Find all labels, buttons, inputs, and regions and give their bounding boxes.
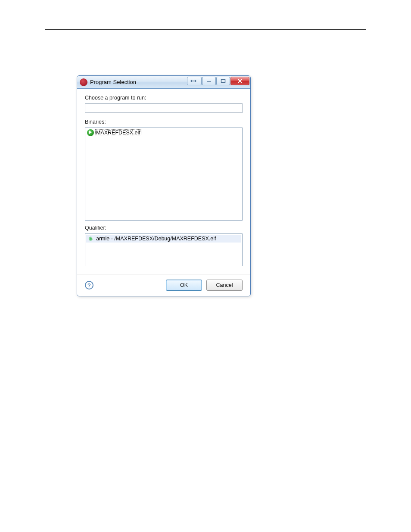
binary-item-label: MAXREFDESX.elf: [95, 129, 141, 136]
cancel-button[interactable]: Cancel: [206, 280, 243, 291]
qualifier-item[interactable]: armle - /MAXREFDESX/Debug/MAXREFDESX.elf: [86, 235, 241, 243]
collapse-icon: [190, 79, 198, 83]
prompt-label: Choose a program to run:: [85, 95, 243, 101]
page-rule: [45, 29, 366, 30]
dialog-body: Choose a program to run: Binaries: MAXRE…: [77, 89, 250, 274]
window-title: Program Selection: [90, 79, 136, 85]
qualifier-label: Qualifier:: [85, 225, 243, 231]
binaries-listbox[interactable]: MAXREFDESX.elf: [85, 128, 243, 221]
executable-icon: [87, 129, 94, 136]
maximize-icon: [221, 79, 226, 83]
window-controls: [187, 77, 249, 85]
collapse-button[interactable]: [187, 77, 202, 85]
help-icon: ?: [87, 282, 91, 289]
maximize-button[interactable]: [216, 77, 230, 85]
titlebar[interactable]: Program Selection: [77, 76, 250, 89]
close-button[interactable]: [230, 77, 249, 85]
close-icon: [237, 79, 243, 83]
svg-rect-0: [207, 81, 211, 82]
help-button[interactable]: ?: [85, 281, 93, 289]
minimize-icon: [206, 79, 212, 83]
dialog-footer: ? OK Cancel: [77, 274, 250, 296]
minimize-button[interactable]: [202, 77, 216, 85]
debug-icon: [87, 235, 94, 242]
program-selection-dialog: Program Selection Choose a program to ru…: [77, 75, 251, 296]
svg-rect-1: [221, 80, 225, 83]
ok-button[interactable]: OK: [166, 280, 202, 291]
qualifier-listbox[interactable]: armle - /MAXREFDESX/Debug/MAXREFDESX.elf: [85, 233, 243, 266]
app-icon: [80, 78, 87, 86]
binaries-label: Binaries:: [85, 119, 243, 125]
binary-item[interactable]: MAXREFDESX.elf: [86, 129, 241, 137]
qualifier-item-label: armle - /MAXREFDESX/Debug/MAXREFDESX.elf: [96, 236, 216, 242]
program-filter-input[interactable]: [85, 103, 243, 113]
